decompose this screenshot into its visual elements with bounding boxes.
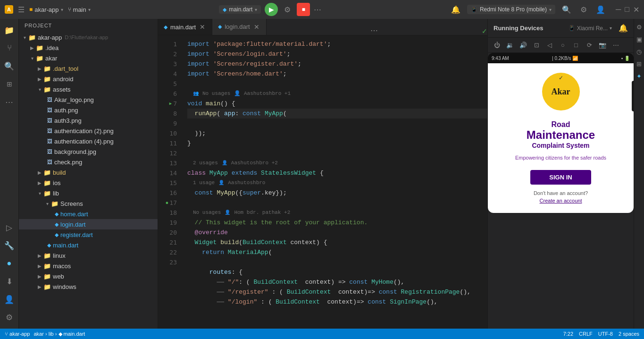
- search-button[interactable]: 🔍: [561, 4, 572, 15]
- activity-settings[interactable]: ⚙: [2, 310, 17, 325]
- create-account-link[interactable]: Create an account: [540, 198, 582, 203]
- tab-close-login[interactable]: ✕: [253, 23, 260, 31]
- activity-run[interactable]: ▷: [2, 220, 17, 235]
- code-line-18: return MaterialApp(: [187, 247, 487, 257]
- tree-login-dart[interactable]: ◆ login.dart: [19, 219, 158, 229]
- tree-akar-logo[interactable]: 🖼 Akar_logo.png: [19, 94, 158, 105]
- tree-main-dart[interactable]: ◆ main.dart: [19, 240, 158, 250]
- activity-explorer[interactable]: 📁: [2, 23, 17, 38]
- tree-ios[interactable]: ▶ 📁 ios: [19, 178, 158, 188]
- device-name[interactable]: 📱 Xiaomi Re... ▾: [569, 25, 612, 32]
- tree-auth[interactable]: 🖼 auth.png: [19, 105, 158, 115]
- tree-register-dart[interactable]: ◆ register.dart: [19, 229, 158, 240]
- tree-screens[interactable]: ▾ 📁 Screens: [19, 198, 158, 209]
- tree-dart-tool[interactable]: ▶ 📁 .dart_tool: [19, 63, 158, 74]
- tab-close-main[interactable]: ✕: [199, 23, 206, 31]
- panel-notify-icon[interactable]: 🔔: [619, 24, 628, 33]
- ri-icon3[interactable]: ◷: [635, 47, 644, 56]
- code-editor[interactable]: 1 2 3 4 5 6 ▶7 8 9 10 11 12 13 14 15 16 …: [158, 35, 487, 329]
- tree-auth4[interactable]: 🖼 authentication (4).png: [19, 136, 158, 146]
- ri-flutter-icon[interactable]: ✦: [635, 72, 644, 80]
- code-content[interactable]: import 'package:flutter/material.dart'; …: [182, 35, 487, 329]
- run-button[interactable]: ▶: [265, 3, 278, 16]
- tree-assets[interactable]: ▾ 📁 assets: [19, 84, 158, 94]
- tree-idea[interactable]: ▶ 📁 .idea: [19, 42, 158, 53]
- tree-web[interactable]: ▶ 📁 web: [19, 271, 158, 281]
- code-line-13: const MyApp({super.key});: [187, 188, 487, 198]
- device-selector[interactable]: 📱 Redmi Note 8 Pro (mobile) ▾: [467, 5, 555, 14]
- tool-camera[interactable]: 📷: [597, 40, 608, 51]
- window-controls: ─ □ ✕: [616, 5, 639, 14]
- tree-root[interactable]: ▾ 📁 akar-app D:\Flutter\akar-app: [19, 32, 158, 42]
- more-options-button[interactable]: ⋯: [314, 5, 321, 14]
- tab-login-dart[interactable]: ◆ login.dart ✕: [212, 19, 266, 35]
- current-file-pill: ◆ main.dart ▾: [219, 5, 261, 14]
- activity-flutter[interactable]: ●: [2, 256, 17, 271]
- app-logo: ✓ Akar: [542, 73, 580, 110]
- tree-lib[interactable]: ▾ 📁 lib: [19, 188, 158, 198]
- tool-more2[interactable]: ⋯: [611, 40, 621, 51]
- ri-icon2[interactable]: ▣: [635, 35, 644, 43]
- tree-android[interactable]: ▶ 📁 android: [19, 74, 158, 84]
- tool-power[interactable]: ⏻: [492, 40, 502, 51]
- app-title-road: Road: [552, 120, 570, 129]
- tree-akar[interactable]: ▾ 📁 akar: [19, 53, 158, 63]
- tree-windows[interactable]: ▶ 📁 windows: [19, 281, 158, 292]
- title-bar-left: A ☰ ■ akar-app ▾ ⑂ main ▾: [5, 5, 91, 14]
- notification-button[interactable]: 🔔: [450, 4, 461, 15]
- status-charset: UTF-8: [598, 331, 613, 337]
- status-left: ⑂ akar-app akar › lib › ◆ main.dart: [5, 331, 85, 337]
- tree-auth2[interactable]: 🖼 authentication (2).png: [19, 126, 158, 136]
- tab-more-button[interactable]: ⋯: [366, 26, 383, 35]
- tool-screenshot[interactable]: ⊡: [531, 40, 542, 51]
- tab-bar: ◆ main.dart ✕ ◆ login.dart ✕ ⋯ ✓: [158, 19, 487, 35]
- device-app-screen: ✓ Akar Road Maintenance Complaint System…: [488, 63, 634, 213]
- code-line-4: import 'Screens/home.dart';: [187, 69, 487, 79]
- code-line-14: [187, 198, 487, 208]
- tree-auth3[interactable]: 🖼 auth3.png: [19, 115, 158, 126]
- ri-icon1[interactable]: ⚙: [635, 23, 644, 31]
- project-selector[interactable]: ■ akar-app ▾: [29, 6, 63, 13]
- code-line-9: ));: [187, 128, 487, 138]
- tree-macos[interactable]: ▶ 📁 macos: [19, 261, 158, 271]
- tool-rotate[interactable]: ⟳: [584, 40, 594, 51]
- tree-bg[interactable]: 🖼 background.jpg: [19, 146, 158, 157]
- tool-back[interactable]: ◁: [544, 40, 555, 51]
- tool-recents[interactable]: □: [571, 40, 581, 51]
- activity-git[interactable]: ⑂: [2, 41, 17, 56]
- stop-button[interactable]: ■: [297, 3, 310, 16]
- branch-selector[interactable]: ⑂ main ▾: [68, 6, 91, 13]
- tab-main-dart[interactable]: ◆ main.dart ✕: [158, 19, 212, 35]
- tool-home[interactable]: ○: [558, 40, 568, 51]
- tree-linux[interactable]: ▶ 📁 linux: [19, 250, 158, 261]
- activity-search[interactable]: 🔍: [2, 59, 17, 74]
- close-button[interactable]: ✕: [633, 5, 639, 14]
- sign-in-button[interactable]: SIGN IN: [530, 170, 591, 185]
- hamburger-icon[interactable]: ☰: [18, 5, 25, 14]
- code-line-1: import 'package:flutter/material.dart';: [187, 39, 487, 49]
- code-line-22: —— "/register" : ( BuildContext context)…: [187, 287, 487, 297]
- activity-dots[interactable]: ⋯: [2, 94, 17, 110]
- app-tagline: Empowering citizens for the safer roads: [515, 155, 606, 161]
- activity-user[interactable]: 👤: [2, 292, 17, 307]
- account-button[interactable]: 👤: [595, 4, 606, 15]
- app-title-main: Maintenance: [527, 129, 595, 141]
- code-line-11: [187, 148, 487, 158]
- no-account-text: Don't have an account?: [534, 190, 588, 196]
- tool-vol-up[interactable]: 🔊: [518, 40, 528, 51]
- settings-button[interactable]: ⚙: [282, 4, 293, 15]
- tree-build[interactable]: ▶ 📁 build: [19, 167, 158, 178]
- activity-extensions[interactable]: ⊞: [2, 76, 17, 92]
- code-line-7: runApp( app: const MyApp(: [187, 109, 487, 119]
- settings-gear-button[interactable]: ⚙: [578, 4, 589, 15]
- sidebar-header: Project: [19, 19, 158, 32]
- tree-check[interactable]: 🖼 check.png: [19, 157, 158, 167]
- hint-line-15-usage: No usages 👤 Hom bdr. pathak +2: [187, 208, 487, 218]
- tree-home-dart[interactable]: ◆ home.dart: [19, 209, 158, 219]
- minimize-button[interactable]: ─: [616, 5, 621, 14]
- maximize-button[interactable]: □: [625, 5, 629, 14]
- activity-wrench[interactable]: 🔧: [2, 238, 17, 253]
- tool-vol-down[interactable]: 🔉: [505, 40, 515, 51]
- activity-bottom[interactable]: ⬇: [2, 274, 17, 289]
- ri-icon4[interactable]: ⊞: [635, 59, 644, 68]
